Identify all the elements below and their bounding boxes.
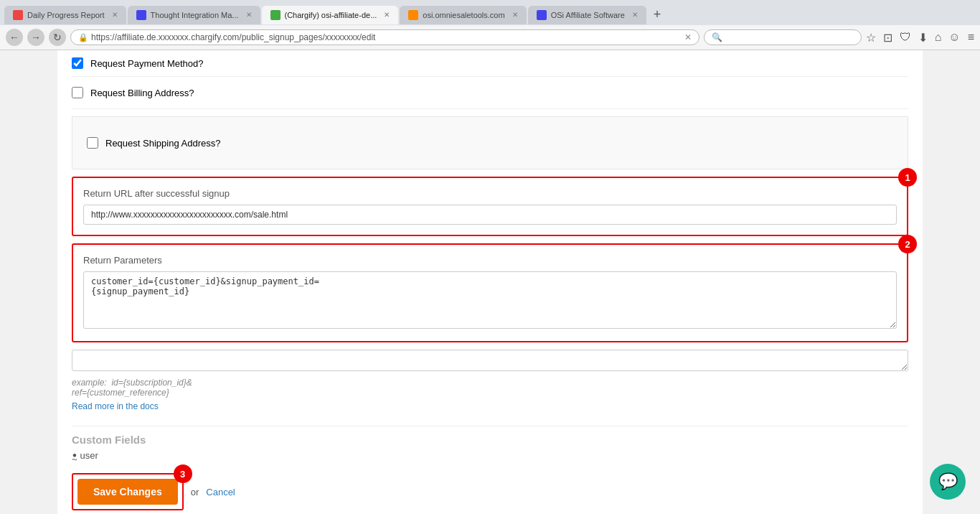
- tab-favicon-1: [13, 10, 23, 20]
- shield-icon[interactable]: 🛡: [900, 31, 911, 45]
- address-bar: ← → ↻ 🔒 https://affiliate.de.xxxxxxx.cha…: [0, 25, 980, 50]
- download-icon[interactable]: ⬇: [918, 31, 928, 45]
- annotation-badge-3: 3: [174, 464, 192, 483]
- annotation-badge-1: 1: [898, 168, 917, 187]
- docs-link[interactable]: Read more in the docs: [72, 401, 159, 411]
- request-billing-row: Request Billing Address?: [72, 77, 908, 109]
- tab-close-5[interactable]: ✕: [632, 11, 638, 19]
- request-payment-label: Request Payment Method?: [90, 58, 204, 69]
- annotation-badge-2: 2: [898, 235, 917, 253]
- request-shipping-label: Request Shipping Address?: [105, 138, 220, 149]
- new-tab-button[interactable]: +: [648, 4, 667, 25]
- tab-close-3[interactable]: ✕: [384, 11, 390, 19]
- or-text: or: [191, 487, 199, 497]
- custom-fields-section: Custom Fields ꔸ user: [72, 426, 908, 462]
- tab-favicon-5: [537, 10, 547, 20]
- extra-textarea[interactable]: [72, 350, 908, 371]
- tab-daily-progress[interactable]: Daily Progress Report ✕: [4, 6, 126, 24]
- tab-favicon-2: [136, 10, 146, 20]
- emoji-icon[interactable]: ☺: [948, 31, 960, 45]
- return-url-label: Return URL after successful signup: [83, 188, 897, 199]
- request-payment-row: Request Payment Method?: [72, 50, 908, 77]
- extra-textarea-wrapper: [72, 350, 908, 373]
- tab-osi-affiliate[interactable]: OSi Affiliate Software ✕: [528, 6, 646, 24]
- bookmark-icon[interactable]: ☆: [866, 31, 876, 45]
- main-area: Request Payment Method? Request Billing …: [0, 50, 980, 514]
- return-url-input[interactable]: [83, 205, 897, 225]
- url-input[interactable]: 🔒 https://affiliate.de.xxxxxxx.chargify.…: [70, 29, 699, 45]
- refresh-button[interactable]: ↻: [49, 29, 66, 46]
- back-button[interactable]: ←: [6, 29, 23, 46]
- tab-close-4[interactable]: ✕: [512, 11, 518, 19]
- tab-label-1: Daily Progress Report: [27, 11, 105, 19]
- tab-omniesale[interactable]: osi.omniesaletools.com ✕: [400, 6, 526, 24]
- tab-label-4: osi.omniesaletools.com: [423, 11, 504, 19]
- example-text: example: id={subscription_id}& ref={cust…: [72, 378, 908, 398]
- docs-link-wrapper: Read more in the docs: [72, 401, 908, 411]
- tab-label-3: (Chargify) osi-affiliate-de...: [285, 11, 377, 19]
- example-label: example:: [72, 378, 107, 388]
- custom-fields-heading: Custom Fields: [72, 434, 908, 446]
- chat-icon: 💬: [938, 472, 958, 491]
- return-params-textarea[interactable]: [83, 271, 897, 329]
- return-params-label: Return Parameters: [83, 255, 897, 266]
- save-area: 3 Save Changes or Cancel: [72, 462, 908, 514]
- request-shipping-section: Request Shipping Address?: [72, 116, 908, 169]
- sync-icon[interactable]: ⊡: [883, 31, 892, 45]
- tab-close-1[interactable]: ✕: [112, 11, 118, 19]
- menu-icon[interactable]: ≡: [968, 31, 974, 45]
- return-url-section: 1 Return URL after successful signup: [72, 177, 908, 236]
- request-billing-label: Request Billing Address?: [90, 88, 194, 98]
- tab-favicon-3: [270, 10, 281, 20]
- tab-label-2: Thought Integration Ma...: [151, 11, 239, 19]
- url-text: https://affiliate.de.xxxxxxx.chargify.co…: [91, 32, 375, 42]
- cancel-link[interactable]: Cancel: [206, 487, 235, 497]
- browser-window: Daily Progress Report ✕ Thought Integrat…: [0, 0, 980, 514]
- request-payment-checkbox[interactable]: [72, 57, 83, 69]
- tab-bar: Daily Progress Report ✕ Thought Integrat…: [0, 0, 980, 25]
- request-shipping-checkbox[interactable]: [87, 137, 98, 149]
- save-highlight-box: 3 Save Changes: [72, 473, 184, 510]
- search-input[interactable]: 🔍: [704, 29, 862, 45]
- custom-field-item: ꔸ user: [72, 450, 908, 462]
- tab-close-2[interactable]: ✕: [246, 11, 252, 19]
- save-changes-button[interactable]: Save Changes: [77, 479, 178, 505]
- tab-favicon-4: [408, 10, 418, 20]
- tab-thought[interactable]: Thought Integration Ma... ✕: [128, 6, 260, 24]
- return-params-section: 2 Return Parameters: [72, 243, 908, 342]
- chat-bubble[interactable]: 💬: [930, 464, 966, 500]
- forward-button[interactable]: →: [27, 29, 44, 46]
- tab-label-5: OSi Affiliate Software: [551, 11, 625, 19]
- toolbar-icons: ☆ ⊡ 🛡 ⬇ ⌂ ☺ ≡: [866, 31, 974, 45]
- home-icon[interactable]: ⌂: [935, 31, 942, 45]
- tab-chargify[interactable]: (Chargify) osi-affiliate-de... ✕: [262, 6, 399, 24]
- request-billing-checkbox[interactable]: [72, 87, 83, 98]
- request-shipping-row: Request Shipping Address?: [87, 127, 893, 159]
